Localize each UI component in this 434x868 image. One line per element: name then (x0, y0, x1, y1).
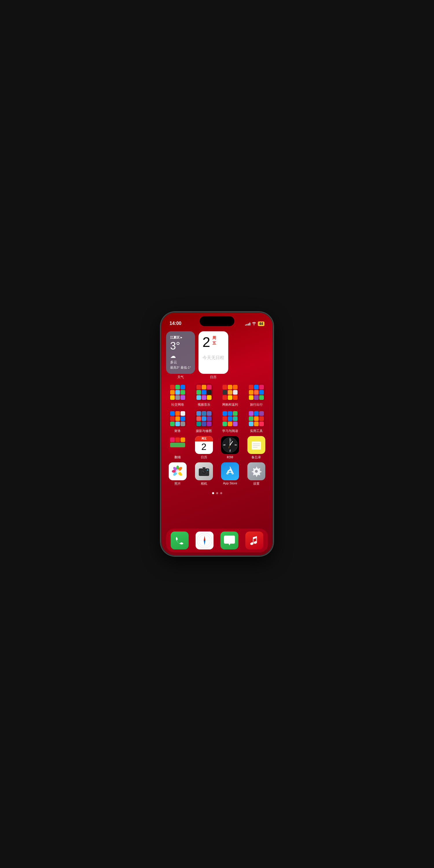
app-label-travel: 旅行出行 (250, 402, 263, 407)
app-label-settings: 设置 (253, 482, 259, 486)
weather-widget[interactable]: 江夏区 ▸ 3° ☁ 多云 最高3° 最低-1° (166, 331, 195, 374)
clock-face-svg: 12 3 6 9 (222, 437, 238, 453)
calendar-label: 日历 (198, 375, 228, 379)
phone-app-icon (171, 531, 189, 550)
dock-safari[interactable] (195, 531, 214, 550)
wifi-icon (252, 321, 256, 326)
app-grid: 社交网络 (161, 381, 273, 486)
weather-cloud-icon: ☁ (170, 352, 191, 359)
battery-icon: 44 (258, 321, 265, 326)
safari-app-icon (195, 531, 214, 550)
app-row-4: 照片 相机 (166, 462, 268, 486)
app-item-vpn[interactable]: 翻墙 (166, 436, 189, 460)
screen-content: 江夏区 ▸ 3° ☁ 多云 最高3° 最低-1° 天气 2 (161, 329, 273, 555)
page-dot-2[interactable] (216, 492, 218, 494)
app-item-finance[interactable]: 财务 (166, 410, 189, 433)
app-item-photos[interactable]: 照片 (166, 462, 189, 486)
folder-vpn-icon (169, 436, 187, 454)
app-label-clock: 时钟 (227, 455, 233, 460)
app-label-photos: 照片 (175, 482, 181, 486)
settings-app-icon (247, 462, 265, 480)
phone-frame: 14:00 44 江夏区 ▸ (161, 312, 273, 556)
app-item-appstore[interactable]: A App Store (218, 462, 242, 486)
volume-down-button[interactable] (161, 384, 161, 400)
app-item-photo-edit[interactable]: 摄影与修图 (192, 410, 216, 433)
svg-point-12 (230, 444, 231, 445)
app-item-settings[interactable]: 设置 (245, 462, 268, 486)
dock-phone[interactable] (171, 531, 189, 550)
app-label-finance: 财务 (175, 429, 181, 433)
app-row-2: 财务 (166, 410, 268, 433)
signal-icon (245, 322, 250, 326)
music-app-icon (245, 531, 263, 550)
app-item-video[interactable]: 视频音乐 (192, 383, 216, 407)
calendar-widget[interactable]: 2 周 五 今天无日程 (198, 331, 228, 374)
app-label-shopping: 网购和返利 (222, 402, 238, 407)
folder-study-icon (221, 410, 239, 428)
volume-up-button[interactable] (161, 363, 161, 379)
calendar-app-icon: 周五 2 (195, 436, 213, 454)
calendar-week: 周 (212, 335, 216, 341)
dock-music[interactable] (245, 531, 263, 550)
messages-app-icon (220, 531, 239, 550)
photos-app-icon (169, 462, 187, 480)
appstore-app-icon: A (221, 462, 239, 480)
status-time: 14:00 (169, 321, 181, 326)
app-label-camera: 相机 (201, 482, 207, 486)
mute-button[interactable] (161, 350, 161, 360)
app-label-social: 社交网络 (171, 402, 184, 407)
weather-range: 最高3° 最低-1° (170, 365, 191, 370)
folder-travel-icon (247, 383, 265, 401)
clock-app-icon: 12 3 6 9 (221, 436, 239, 454)
app-item-shopping[interactable]: 网购和返利 (218, 383, 242, 407)
dock-messages[interactable] (220, 531, 239, 550)
svg-point-31 (203, 471, 204, 472)
calendar-no-events: 今天无日程 (203, 355, 224, 361)
app-label-appstore: App Store (223, 482, 237, 485)
app-item-clock[interactable]: 12 3 6 9 时钟 (218, 436, 242, 460)
app-label-video: 视频音乐 (197, 402, 210, 407)
page-dot-1[interactable] (212, 492, 214, 494)
folder-finance-icon (169, 410, 187, 428)
notes-app-icon (247, 436, 265, 454)
app-item-travel[interactable]: 旅行出行 (245, 383, 268, 407)
svg-point-26 (176, 469, 180, 473)
calendar-day-number: 2 (203, 335, 210, 349)
app-item-calendar[interactable]: 周五 2 日历 (192, 436, 216, 460)
page-dots (161, 489, 273, 496)
page-dot-3[interactable] (220, 492, 222, 494)
weather-condition: 多云 (170, 360, 191, 365)
calendar-weekday: 五 (212, 341, 216, 346)
folder-video-icon (195, 383, 213, 401)
svg-point-44 (204, 540, 205, 541)
app-label-vpn: 翻墙 (175, 455, 181, 460)
power-button[interactable] (273, 368, 273, 391)
dynamic-island (199, 316, 235, 326)
app-item-study[interactable]: 学习与阅读 (218, 410, 242, 433)
svg-text:9: 9 (224, 443, 226, 445)
weather-widget-col: 江夏区 ▸ 3° ☁ 多云 最高3° 最低-1° 天气 (166, 331, 195, 379)
app-label-study: 学习与阅读 (222, 429, 238, 433)
weather-location: 江夏区 ▸ (170, 335, 191, 340)
camera-app-icon (195, 462, 213, 480)
app-item-tools[interactable]: 实用工具 (245, 410, 268, 433)
app-item-social[interactable]: 社交网络 (166, 383, 189, 407)
calendar-app-day: 2 (202, 441, 207, 452)
dock (166, 529, 268, 552)
app-label-notes: 备忘录 (251, 455, 261, 460)
folder-shopping-icon (221, 383, 239, 401)
folder-photo-icon (195, 410, 213, 428)
svg-text:3: 3 (235, 443, 236, 445)
folder-social-icon (169, 383, 187, 401)
app-item-notes[interactable]: 备忘录 (245, 436, 268, 460)
weather-label: 天气 (166, 375, 195, 379)
folder-tools-icon (247, 410, 265, 428)
app-label-tools: 实用工具 (250, 429, 263, 433)
app-row-1: 社交网络 (166, 383, 268, 407)
app-item-camera[interactable]: 相机 (192, 462, 216, 486)
app-row-3: 翻墙 周五 2 日历 (166, 436, 268, 460)
svg-rect-32 (207, 470, 208, 470)
weather-temp: 3° (170, 340, 191, 352)
svg-point-36 (255, 470, 258, 473)
widgets-row: 江夏区 ▸ 3° ☁ 多云 最高3° 最低-1° 天气 2 (161, 329, 273, 381)
